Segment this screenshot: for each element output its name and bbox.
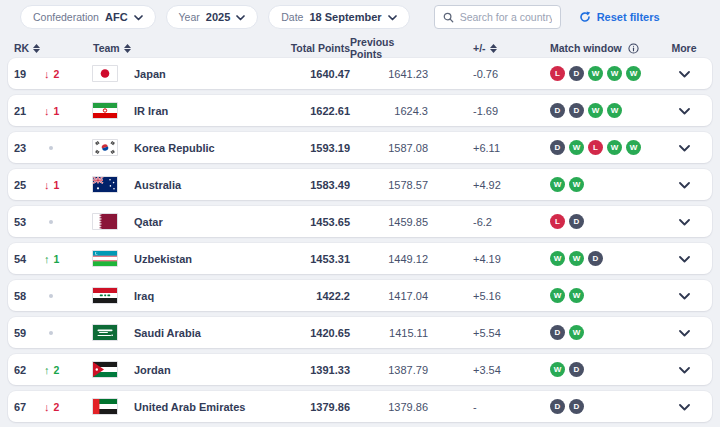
rank-change-value: 1 [54, 105, 60, 117]
rank-value: 54 [14, 253, 44, 265]
result-badge-draw: D [550, 103, 565, 118]
result-badge-draw: D [569, 399, 584, 414]
table-row[interactable]: 58 Iraq 1422.2 1417.04 +5.16 WW [8, 280, 712, 311]
rank-value: 67 [14, 401, 44, 413]
date-filter-value: 18 September [309, 11, 381, 23]
match-window-results: LDWWW [506, 66, 662, 81]
total-points: 1593.19 [250, 142, 350, 154]
table-row[interactable]: 62 ↑2 Jordan 1391.33 1387.79 +3.54 WD [8, 354, 712, 385]
year-filter-label: Year [179, 11, 200, 23]
team-name: Iraq [126, 290, 250, 302]
expand-row-button[interactable] [677, 138, 692, 157]
expand-row-button[interactable] [677, 175, 692, 194]
reset-filters-button[interactable]: Reset filters [579, 11, 660, 23]
expand-row-button[interactable] [677, 360, 692, 379]
team-flag-jp [92, 65, 118, 82]
chevron-down-icon [679, 399, 690, 414]
total-points: 1622.61 [250, 105, 350, 117]
match-window-results: WW [506, 177, 662, 192]
team-name: United Arab Emirates [126, 401, 250, 413]
table-row[interactable]: 19 ↓2 Japan 1640.47 1641.23 -0.76 LDWWW [8, 58, 712, 89]
table-row[interactable]: 67 ↓2 United Arab Emirates 1379.86 1379.… [8, 391, 712, 422]
match-window-results: WW [506, 288, 662, 303]
column-label-rk: RK [14, 42, 29, 54]
rank-change [44, 220, 82, 224]
rank-value: 53 [14, 216, 44, 228]
rank-change [44, 294, 82, 298]
result-badge-win: W [607, 66, 622, 81]
points-diff: +4.19 [428, 253, 506, 265]
rank-value: 25 [14, 179, 44, 191]
info-icon[interactable] [628, 43, 639, 54]
previous-points: 1624.3 [350, 105, 428, 117]
expand-row-button[interactable] [677, 212, 692, 231]
match-window-results: DD [506, 399, 662, 414]
total-points: 1391.33 [250, 364, 350, 376]
previous-points: 1379.86 [350, 401, 428, 413]
table-row[interactable]: 59 Saudi Arabia 1420.65 1415.11 +5.54 DW [8, 317, 712, 348]
previous-points: 1587.08 [350, 142, 428, 154]
no-change-dot [49, 146, 53, 150]
column-label-total-points: Total Points [291, 42, 350, 54]
confederation-filter-value: AFC [105, 11, 128, 23]
team-name: IR Iran [126, 105, 250, 117]
column-header-previous-points: Previous Points [350, 36, 428, 60]
date-filter[interactable]: Date 18 September [268, 5, 409, 29]
team-flag-ae [92, 398, 118, 415]
expand-row-button[interactable] [677, 286, 692, 305]
search-input[interactable] [460, 11, 552, 23]
table-row[interactable]: 54 ↑1 Uzbekistan 1453.31 1449.12 +4.19 W… [8, 243, 712, 274]
expand-row-button[interactable] [677, 323, 692, 342]
points-diff: +5.16 [428, 290, 506, 302]
expand-row-button[interactable] [677, 101, 692, 120]
chevron-down-icon [679, 103, 690, 118]
result-badge-loss: L [588, 140, 603, 155]
column-header-team[interactable]: Team [82, 42, 250, 54]
match-window-results: DW [506, 325, 662, 340]
rank-change-value: 2 [54, 401, 60, 413]
result-badge-win: W [607, 140, 622, 155]
total-points: 1583.49 [250, 179, 350, 191]
previous-points: 1459.85 [350, 216, 428, 228]
result-badge-win: W [550, 288, 565, 303]
sort-icon [124, 44, 131, 53]
total-points: 1422.2 [250, 290, 350, 302]
column-header-diff[interactable]: +/- [428, 42, 506, 54]
rank-value: 23 [14, 142, 44, 154]
table-row[interactable]: 21 ↓1 IR Iran 1622.61 1624.3 -1.69 DDWW [8, 95, 712, 126]
points-diff: +4.92 [428, 179, 506, 191]
result-badge-win: W [569, 288, 584, 303]
result-badge-draw: D [588, 251, 603, 266]
rank-value: 19 [14, 68, 44, 80]
expand-row-button[interactable] [677, 249, 692, 268]
team-name: Qatar [126, 216, 250, 228]
points-diff: +6.11 [428, 142, 506, 154]
match-window-results: LD [506, 214, 662, 229]
year-filter[interactable]: Year 2025 [166, 5, 259, 29]
table-row[interactable]: 25 ↓1 Australia 1583.49 1578.57 +4.92 WW [8, 169, 712, 200]
table-row[interactable]: 53 Qatar 1453.65 1459.85 -6.2 LD [8, 206, 712, 237]
rank-change: ↓1 [44, 179, 82, 191]
column-header-rk[interactable]: RK [14, 42, 44, 54]
column-header-match-window: Match window [506, 42, 662, 54]
result-badge-win: W [569, 140, 584, 155]
result-badge-draw: D [569, 362, 584, 377]
team-flag-sa [92, 324, 118, 341]
rank-change [44, 331, 82, 335]
column-label-diff: +/- [473, 42, 486, 54]
rows: 19 ↓2 Japan 1640.47 1641.23 -0.76 LDWWW … [8, 58, 712, 422]
chevron-down-icon [679, 66, 690, 81]
rank-up-arrow: ↑ [44, 364, 50, 376]
result-badge-draw: D [550, 399, 565, 414]
search-box[interactable] [434, 5, 561, 29]
rank-change-value: 1 [54, 179, 60, 191]
rank-change-value: 1 [54, 253, 60, 265]
expand-row-button[interactable] [677, 397, 692, 416]
team-flag-kr [92, 139, 118, 156]
result-badge-win: W [569, 251, 584, 266]
expand-row-button[interactable] [677, 64, 692, 83]
table-row[interactable]: 23 Korea Republic 1593.19 1587.08 +6.11 … [8, 132, 712, 163]
rank-change: ↑1 [44, 253, 82, 265]
confederation-filter[interactable]: Confederation AFC [20, 5, 156, 29]
rank-value: 62 [14, 364, 44, 376]
